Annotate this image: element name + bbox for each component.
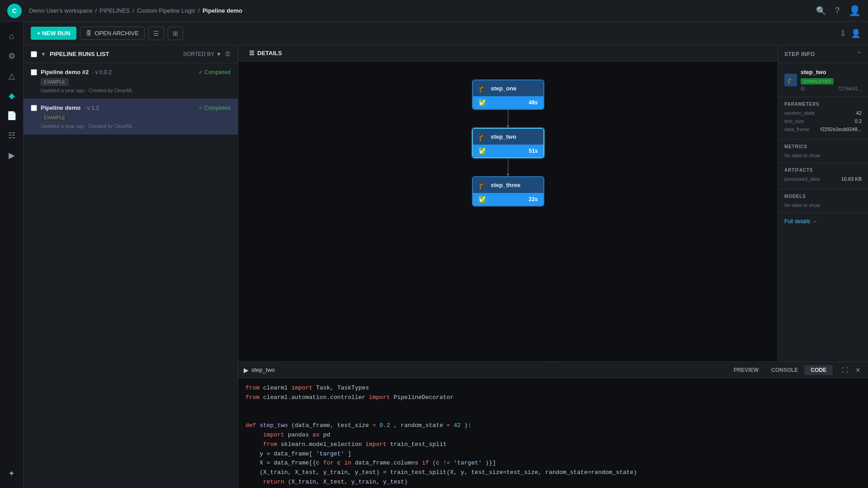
bottom-actions: ⛶ ✕ bbox=[840, 365, 863, 375]
code-plain bbox=[245, 479, 259, 485]
collapse-icon[interactable]: ⌃ bbox=[857, 51, 862, 57]
run-item[interactable]: Pipeline demo · v 1.2 ✓ Completed EXAMPL… bbox=[24, 99, 238, 135]
search-icon[interactable]: 🔍 bbox=[816, 6, 826, 16]
toolbar-right: ⇩ 👤 bbox=[840, 28, 861, 38]
runs-list-title: PIPELINE RUNS LIST bbox=[50, 51, 109, 57]
models-empty: No data to show bbox=[784, 202, 862, 208]
step-info-name-row: 🎓 step_two COMPLETED ID 7279a641... bbox=[778, 63, 868, 97]
sidebar-item-deploy[interactable]: ▶ bbox=[3, 146, 21, 164]
metrics-title: METRICS bbox=[784, 144, 862, 149]
full-details-link[interactable]: Full details → bbox=[778, 213, 868, 230]
step-check-icon: ✅ bbox=[478, 99, 486, 106]
archive-icon: 🗄 bbox=[86, 30, 92, 37]
run-meta: Updated a year ago · Created by ClearML bbox=[31, 88, 231, 93]
details-tab-button[interactable]: ☰ DETAILS bbox=[245, 48, 286, 58]
sidebar-item-integrations[interactable]: ✦ bbox=[3, 465, 21, 483]
param-row-data-frame: data_frame f2292e2ecb9248... bbox=[784, 127, 862, 132]
breadcrumb-custom[interactable]: Custom Pipeline Logic bbox=[137, 7, 195, 14]
run-checkbox[interactable] bbox=[31, 105, 37, 111]
sidebar-item-datastore[interactable]: 📄 bbox=[3, 107, 21, 125]
view-list-button[interactable]: ☰ bbox=[148, 27, 164, 40]
breadcrumb-workspace[interactable]: Demo User's workspace bbox=[29, 7, 92, 14]
download-icon[interactable]: ⇩ bbox=[840, 28, 846, 38]
step-node-two[interactable]: 🎓 step_two ✅ 51s bbox=[472, 128, 544, 158]
code-plain: data_frame.columns bbox=[355, 460, 422, 466]
id-icon: ID bbox=[801, 86, 805, 91]
sort-control[interactable]: SORTED BY ▼ bbox=[183, 51, 222, 57]
new-run-button[interactable]: + NEW RUN bbox=[31, 27, 76, 40]
tab-preview[interactable]: PREVIEW bbox=[727, 365, 765, 375]
sidebar-item-experiments[interactable]: ⚙ bbox=[3, 47, 21, 65]
breadcrumb: Demo User's workspace / PIPELINES / Cust… bbox=[29, 7, 242, 14]
breadcrumb-pipelines[interactable]: PIPELINES bbox=[99, 7, 130, 14]
code-plain: , random_state bbox=[394, 422, 443, 429]
keyword-span: in bbox=[344, 460, 351, 466]
sort-label: SORTED BY bbox=[183, 51, 214, 57]
filter-icon[interactable]: ☰ bbox=[225, 51, 231, 57]
sidebar-item-pipelines[interactable]: ◆ bbox=[3, 87, 21, 105]
select-all-checkbox[interactable] bbox=[31, 51, 37, 57]
step-progress: ✅ 51s bbox=[473, 145, 543, 157]
user-avatar[interactable]: 👤 bbox=[849, 5, 861, 17]
content-area: ▼ PIPELINE RUNS LIST SORTED BY ▼ ☰ Pipel… bbox=[24, 45, 868, 488]
code-plain: train_test_split bbox=[390, 441, 447, 448]
sidebar-item-home[interactable]: ⌂ bbox=[3, 27, 21, 45]
run-status: ✓ Completed bbox=[198, 105, 231, 111]
sidebar-item-models[interactable]: △ bbox=[3, 67, 21, 85]
panel-resizer[interactable]: · · · bbox=[238, 360, 868, 364]
run-meta: Updated a year ago · Created by ClearML bbox=[31, 123, 231, 129]
close-button[interactable]: ✕ bbox=[854, 365, 863, 375]
param-row-random-state: random_state 42 bbox=[784, 110, 862, 116]
step-progress: ✅ 22s bbox=[473, 193, 543, 206]
view-grid-button[interactable]: ⊞ bbox=[168, 27, 183, 40]
step-info-panel: STEP INFO ⌃ 🎓 step_two COMPLETED ID bbox=[778, 45, 868, 361]
parameters-title: PARAMETERS bbox=[784, 102, 862, 107]
canvas-area[interactable]: 🎓 step_one ✅ 48s bbox=[238, 61, 778, 361]
app-logo[interactable]: C bbox=[7, 4, 22, 18]
run-checkbox[interactable] bbox=[31, 69, 37, 75]
code-plain: )}] bbox=[486, 460, 496, 466]
step-node-three[interactable]: 🎓 step_three ✅ 22s bbox=[472, 176, 544, 206]
step-header: 🎓 step_one bbox=[473, 80, 543, 96]
step-icon-box: 🎓 bbox=[784, 74, 797, 86]
bottom-tabs: PREVIEW CONSOLE CODE bbox=[727, 365, 833, 375]
bottom-step-label: step_two bbox=[251, 366, 275, 373]
step-node-one[interactable]: 🎓 step_one ✅ 48s bbox=[472, 80, 544, 110]
tab-code[interactable]: CODE bbox=[804, 365, 833, 375]
sidebar-item-reports[interactable]: ☷ bbox=[3, 127, 21, 145]
run-item[interactable]: Pipeline demo #2 · v 0.0.2 ✓ Completed E… bbox=[24, 63, 238, 99]
bottom-panel: · · · ▶ step_two PREVIEW CONSOLE CODE ⛶ … bbox=[238, 361, 868, 488]
metrics-empty: No data to show bbox=[784, 153, 862, 158]
code-line: X = data_frame[{c for c in data_frame.co… bbox=[245, 459, 861, 468]
step-name: step_two bbox=[491, 133, 516, 140]
pipeline-steps: 🎓 step_one ✅ 48s bbox=[472, 80, 544, 206]
breadcrumb-sep3: / bbox=[198, 7, 200, 14]
expand-chevron-icon[interactable]: ▼ bbox=[41, 51, 46, 57]
open-archive-button[interactable]: 🗄 OPEN ARCHIVE bbox=[80, 27, 145, 40]
operator-span: = bbox=[373, 422, 376, 429]
run-status: ✓ Completed bbox=[198, 69, 231, 75]
expand-button[interactable]: ⛶ bbox=[840, 365, 850, 375]
step-info-header: STEP INFO ⌃ bbox=[778, 45, 868, 63]
artifact-key: processed_data bbox=[784, 176, 820, 182]
code-plain: Task, TaskTypes bbox=[316, 385, 369, 391]
run-version: · v 0.0.2 bbox=[92, 69, 112, 75]
func-span: step_two bbox=[259, 422, 288, 429]
step-name: step_three bbox=[491, 182, 521, 188]
step-info-title: STEP INFO bbox=[784, 51, 815, 57]
keyword-span: for bbox=[323, 460, 334, 466]
step-time: 51s bbox=[528, 148, 538, 154]
step-time: 48s bbox=[528, 99, 538, 106]
user-run-icon[interactable]: 👤 bbox=[851, 28, 861, 38]
step-name: step_one bbox=[491, 85, 517, 92]
tab-console[interactable]: CONSOLE bbox=[765, 365, 804, 375]
status-badge: COMPLETED bbox=[801, 78, 834, 84]
keyword-span: as bbox=[312, 432, 320, 438]
run-tag: EXAMPLE bbox=[41, 114, 68, 122]
help-icon[interactable]: ? bbox=[835, 6, 840, 15]
code-plain: (X_train, X_test, y_train, y_test) bbox=[288, 479, 408, 485]
param-key: test_size bbox=[784, 118, 804, 124]
param-val: 0.2 bbox=[855, 118, 862, 124]
code-plain: sklearn.model_selection bbox=[281, 441, 365, 448]
step-name-group: step_two COMPLETED ID 7279a641... bbox=[801, 69, 862, 91]
